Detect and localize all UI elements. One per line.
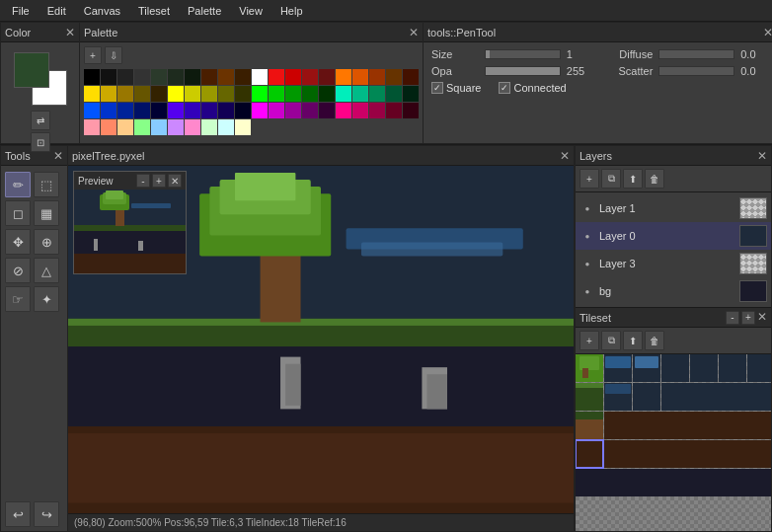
palette-color-22[interactable] [117,86,133,102]
palette-color-56[interactable] [352,103,368,118]
tileset-plus-btn[interactable]: + [741,311,755,325]
palette-color-5[interactable] [168,69,184,85]
palette-color-10[interactable] [252,69,268,85]
palette-color-2[interactable] [117,69,133,85]
layer-item-3[interactable]: ●bg [576,277,771,305]
palette-color-45[interactable] [168,103,184,118]
magic-tool-btn[interactable]: ✦ [34,286,59,312]
palette-color-34[interactable] [319,86,335,102]
tileset-minus-btn[interactable]: - [726,311,739,325]
palette-color-64[interactable] [151,119,167,135]
palette-color-69[interactable] [235,119,251,135]
palette-color-12[interactable] [285,69,301,85]
select-tool-btn[interactable]: ⬚ [34,172,59,197]
size-slider[interactable] [485,49,561,59]
layer-eye-2[interactable]: ● [579,256,595,271]
palette-color-50[interactable] [252,103,268,118]
layer-move-btn[interactable]: ⬆ [623,169,643,189]
palette-color-18[interactable] [386,69,402,85]
preview-close-btn[interactable]: ✕ [168,174,182,188]
palette-color-21[interactable] [101,86,116,102]
palette-color-28[interactable] [218,86,234,102]
swap-colors-btn[interactable]: ⇄ [31,111,50,130]
palette-color-26[interactable] [185,86,200,102]
palette-color-54[interactable] [319,103,335,118]
palette-color-23[interactable] [134,86,150,102]
palette-color-17[interactable] [369,69,385,85]
menu-help[interactable]: Help [272,3,311,19]
palette-color-52[interactable] [285,103,301,118]
menu-canvas[interactable]: Canvas [76,3,128,19]
palette-color-8[interactable] [218,69,234,85]
palette-color-57[interactable] [369,103,385,118]
eraser-tool-btn[interactable]: ◻ [5,200,31,226]
palette-color-14[interactable] [319,69,335,85]
menu-view[interactable]: View [231,3,270,19]
palette-color-36[interactable] [352,86,368,102]
menu-edit[interactable]: Edit [39,3,74,19]
palette-add-btn[interactable]: + [84,46,102,64]
palette-color-29[interactable] [235,86,251,102]
layer-eye-3[interactable]: ● [579,283,595,299]
palette-color-0[interactable] [84,69,100,85]
palette-color-46[interactable] [185,103,200,118]
palette-color-32[interactable] [285,86,301,102]
layer-duplicate-btn[interactable]: ⧉ [601,169,621,189]
redo-btn[interactable]: ↪ [34,501,59,527]
palette-color-59[interactable] [403,103,419,118]
palette-color-27[interactable] [201,86,217,102]
palette-color-3[interactable] [134,69,150,85]
palette-color-38[interactable] [386,86,402,102]
preview-plus-btn[interactable]: + [152,174,166,188]
move-tool-btn[interactable]: ✥ [5,229,31,255]
layer-item-1[interactable]: ●Layer 0 [576,222,771,250]
menu-tileset[interactable]: Tileset [130,3,178,19]
palette-color-67[interactable] [201,119,217,135]
palette-color-42[interactable] [117,103,133,118]
layer-item-2[interactable]: ●Layer 3 [576,250,771,277]
layer-eye-0[interactable]: ● [579,200,595,216]
palette-color-31[interactable] [269,86,284,102]
layer-eye-1[interactable]: ● [579,228,595,244]
tool-settings-close[interactable]: ✕ [763,27,772,38]
zoom-tool-btn[interactable]: ⊕ [34,229,59,255]
palette-color-49[interactable] [235,103,251,118]
eyedrop-tool-btn[interactable]: ⊘ [5,258,31,283]
palette-color-7[interactable] [201,69,217,85]
menu-file[interactable]: File [4,3,38,19]
palette-color-63[interactable] [134,119,150,135]
tileset-content[interactable] [576,354,771,531]
tileset-close[interactable]: ✕ [757,311,767,325]
palette-color-30[interactable] [252,86,268,102]
palette-color-47[interactable] [201,103,217,118]
palette-color-13[interactable] [302,69,318,85]
square-checkbox[interactable]: ✓ Square [431,82,481,94]
pen-tool-btn[interactable]: ✏ [5,172,31,197]
tileset-duplicate-btn[interactable]: ⧉ [601,331,621,350]
layer-trash-btn[interactable]: 🗑 [645,169,664,189]
canvas-close[interactable]: ✕ [560,150,570,162]
connected-checkbox[interactable]: ✓ Connected [499,82,566,94]
opa-slider[interactable] [485,66,561,76]
scatter-slider[interactable] [658,66,734,76]
palette-color-24[interactable] [151,86,167,102]
palette-color-40[interactable] [84,103,100,118]
palette-color-48[interactable] [218,103,234,118]
palette-color-19[interactable] [403,69,419,85]
palette-color-53[interactable] [302,103,318,118]
fill-tool-btn[interactable]: ▦ [34,200,59,226]
palette-color-15[interactable] [336,69,351,85]
palette-color-58[interactable] [386,103,402,118]
palette-color-39[interactable] [403,86,419,102]
canvas-content[interactable]: Preview - + ✕ [68,166,574,513]
palette-color-41[interactable] [101,103,116,118]
palette-color-11[interactable] [269,69,284,85]
palette-color-6[interactable] [185,69,200,85]
shape-tool-btn[interactable]: △ [34,258,59,283]
palette-color-60[interactable] [84,119,100,135]
palette-import-btn[interactable]: ⇩ [105,46,122,64]
hand-tool-btn[interactable]: ☞ [5,286,31,312]
reset-colors-btn[interactable]: ⊡ [31,132,50,152]
layer-item-0[interactable]: ●Layer 1 [576,194,771,222]
layers-panel-close[interactable]: ✕ [757,150,767,162]
